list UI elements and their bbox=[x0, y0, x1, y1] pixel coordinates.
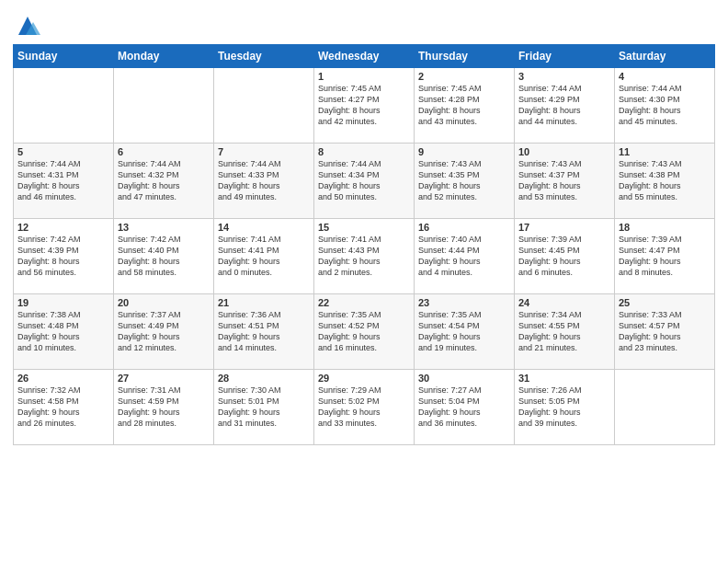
calendar-cell: 26Sunrise: 7:32 AM Sunset: 4:58 PM Dayli… bbox=[14, 370, 114, 445]
day-info: Sunrise: 7:40 AM Sunset: 4:44 PM Dayligh… bbox=[418, 234, 510, 279]
page: SundayMondayTuesdayWednesdayThursdayFrid… bbox=[0, 0, 728, 563]
week-row: 5Sunrise: 7:44 AM Sunset: 4:31 PM Daylig… bbox=[14, 144, 715, 219]
day-info: Sunrise: 7:43 AM Sunset: 4:35 PM Dayligh… bbox=[418, 158, 510, 203]
day-info: Sunrise: 7:32 AM Sunset: 4:58 PM Dayligh… bbox=[17, 385, 109, 430]
calendar-cell: 25Sunrise: 7:33 AM Sunset: 4:57 PM Dayli… bbox=[615, 294, 715, 370]
calendar-cell bbox=[14, 68, 114, 144]
day-number: 7 bbox=[218, 146, 310, 157]
day-info: Sunrise: 7:37 AM Sunset: 4:49 PM Dayligh… bbox=[118, 309, 210, 354]
calendar-cell: 1Sunrise: 7:45 AM Sunset: 4:27 PM Daylig… bbox=[314, 68, 415, 144]
day-info: Sunrise: 7:44 AM Sunset: 4:29 PM Dayligh… bbox=[518, 83, 610, 128]
day-info: Sunrise: 7:35 AM Sunset: 4:52 PM Dayligh… bbox=[318, 309, 410, 354]
calendar-cell: 18Sunrise: 7:39 AM Sunset: 4:47 PM Dayli… bbox=[615, 219, 715, 294]
day-number: 9 bbox=[418, 146, 510, 157]
day-info: Sunrise: 7:35 AM Sunset: 4:54 PM Dayligh… bbox=[418, 309, 510, 354]
calendar-cell: 6Sunrise: 7:44 AM Sunset: 4:32 PM Daylig… bbox=[114, 144, 214, 219]
day-number: 10 bbox=[518, 146, 610, 157]
calendar-cell: 14Sunrise: 7:41 AM Sunset: 4:41 PM Dayli… bbox=[214, 219, 314, 294]
calendar-cell: 29Sunrise: 7:29 AM Sunset: 5:02 PM Dayli… bbox=[314, 370, 415, 445]
logo-icon bbox=[15, 13, 40, 39]
day-number: 12 bbox=[17, 222, 109, 233]
logo bbox=[13, 13, 40, 39]
calendar-cell: 7Sunrise: 7:44 AM Sunset: 4:33 PM Daylig… bbox=[214, 144, 314, 219]
day-info: Sunrise: 7:29 AM Sunset: 5:02 PM Dayligh… bbox=[318, 385, 410, 430]
week-row: 26Sunrise: 7:32 AM Sunset: 4:58 PM Dayli… bbox=[14, 370, 715, 445]
day-info: Sunrise: 7:42 AM Sunset: 4:39 PM Dayligh… bbox=[17, 234, 109, 279]
day-info: Sunrise: 7:27 AM Sunset: 5:04 PM Dayligh… bbox=[418, 385, 510, 430]
day-number: 2 bbox=[418, 71, 510, 82]
day-number: 25 bbox=[619, 297, 711, 308]
calendar-cell: 30Sunrise: 7:27 AM Sunset: 5:04 PM Dayli… bbox=[415, 370, 515, 445]
calendar-cell: 16Sunrise: 7:40 AM Sunset: 4:44 PM Dayli… bbox=[415, 219, 515, 294]
day-info: Sunrise: 7:45 AM Sunset: 4:28 PM Dayligh… bbox=[418, 83, 510, 128]
day-number: 30 bbox=[418, 373, 510, 384]
calendar-cell: 5Sunrise: 7:44 AM Sunset: 4:31 PM Daylig… bbox=[14, 144, 114, 219]
day-info: Sunrise: 7:43 AM Sunset: 4:37 PM Dayligh… bbox=[518, 158, 610, 203]
day-number: 31 bbox=[518, 373, 610, 384]
day-number: 16 bbox=[418, 222, 510, 233]
day-number: 26 bbox=[17, 373, 109, 384]
calendar-cell: 9Sunrise: 7:43 AM Sunset: 4:35 PM Daylig… bbox=[415, 144, 515, 219]
calendar-cell: 17Sunrise: 7:39 AM Sunset: 4:45 PM Dayli… bbox=[515, 219, 615, 294]
calendar-cell: 8Sunrise: 7:44 AM Sunset: 4:34 PM Daylig… bbox=[314, 144, 415, 219]
calendar-cell: 4Sunrise: 7:44 AM Sunset: 4:30 PM Daylig… bbox=[615, 68, 715, 144]
day-number: 1 bbox=[318, 71, 410, 82]
day-info: Sunrise: 7:34 AM Sunset: 4:55 PM Dayligh… bbox=[518, 309, 610, 354]
calendar-cell: 12Sunrise: 7:42 AM Sunset: 4:39 PM Dayli… bbox=[14, 219, 114, 294]
day-number: 5 bbox=[17, 146, 109, 157]
day-info: Sunrise: 7:41 AM Sunset: 4:43 PM Dayligh… bbox=[318, 234, 410, 279]
day-number: 13 bbox=[118, 222, 210, 233]
day-info: Sunrise: 7:38 AM Sunset: 4:48 PM Dayligh… bbox=[17, 309, 109, 354]
week-row: 19Sunrise: 7:38 AM Sunset: 4:48 PM Dayli… bbox=[14, 294, 715, 370]
week-row: 12Sunrise: 7:42 AM Sunset: 4:39 PM Dayli… bbox=[14, 219, 715, 294]
weekday-header-saturday: Saturday bbox=[615, 45, 715, 68]
day-number: 29 bbox=[318, 373, 410, 384]
calendar-cell: 24Sunrise: 7:34 AM Sunset: 4:55 PM Dayli… bbox=[515, 294, 615, 370]
weekday-header-friday: Friday bbox=[515, 45, 615, 68]
calendar-cell: 2Sunrise: 7:45 AM Sunset: 4:28 PM Daylig… bbox=[415, 68, 515, 144]
day-info: Sunrise: 7:39 AM Sunset: 4:45 PM Dayligh… bbox=[518, 234, 610, 279]
calendar-cell: 28Sunrise: 7:30 AM Sunset: 5:01 PM Dayli… bbox=[214, 370, 314, 445]
day-info: Sunrise: 7:44 AM Sunset: 4:34 PM Dayligh… bbox=[318, 158, 410, 203]
day-number: 3 bbox=[518, 71, 610, 82]
day-number: 11 bbox=[619, 146, 711, 157]
calendar-cell bbox=[615, 370, 715, 445]
day-number: 24 bbox=[518, 297, 610, 308]
calendar-cell: 19Sunrise: 7:38 AM Sunset: 4:48 PM Dayli… bbox=[14, 294, 114, 370]
day-number: 4 bbox=[619, 71, 711, 82]
weekday-header-thursday: Thursday bbox=[415, 45, 515, 68]
day-info: Sunrise: 7:44 AM Sunset: 4:33 PM Dayligh… bbox=[218, 158, 310, 203]
weekday-header-sunday: Sunday bbox=[14, 45, 114, 68]
day-info: Sunrise: 7:42 AM Sunset: 4:40 PM Dayligh… bbox=[118, 234, 210, 279]
calendar-cell: 21Sunrise: 7:36 AM Sunset: 4:51 PM Dayli… bbox=[214, 294, 314, 370]
calendar-cell bbox=[114, 68, 214, 144]
day-number: 19 bbox=[17, 297, 109, 308]
calendar-cell bbox=[214, 68, 314, 144]
day-number: 20 bbox=[118, 297, 210, 308]
day-info: Sunrise: 7:44 AM Sunset: 4:32 PM Dayligh… bbox=[118, 158, 210, 203]
day-info: Sunrise: 7:39 AM Sunset: 4:47 PM Dayligh… bbox=[619, 234, 711, 279]
weekday-header-monday: Monday bbox=[114, 45, 214, 68]
calendar-cell: 23Sunrise: 7:35 AM Sunset: 4:54 PM Dayli… bbox=[415, 294, 515, 370]
weekday-header-row: SundayMondayTuesdayWednesdayThursdayFrid… bbox=[14, 45, 715, 68]
day-info: Sunrise: 7:33 AM Sunset: 4:57 PM Dayligh… bbox=[619, 309, 711, 354]
day-number: 23 bbox=[418, 297, 510, 308]
week-row: 1Sunrise: 7:45 AM Sunset: 4:27 PM Daylig… bbox=[14, 68, 715, 144]
day-number: 18 bbox=[619, 222, 711, 233]
calendar-cell: 22Sunrise: 7:35 AM Sunset: 4:52 PM Dayli… bbox=[314, 294, 415, 370]
day-number: 27 bbox=[118, 373, 210, 384]
day-number: 22 bbox=[318, 297, 410, 308]
day-number: 28 bbox=[218, 373, 310, 384]
header bbox=[13, 9, 715, 39]
day-number: 14 bbox=[218, 222, 310, 233]
calendar-cell: 15Sunrise: 7:41 AM Sunset: 4:43 PM Dayli… bbox=[314, 219, 415, 294]
calendar-cell: 31Sunrise: 7:26 AM Sunset: 5:05 PM Dayli… bbox=[515, 370, 615, 445]
day-info: Sunrise: 7:36 AM Sunset: 4:51 PM Dayligh… bbox=[218, 309, 310, 354]
day-number: 21 bbox=[218, 297, 310, 308]
calendar-cell: 11Sunrise: 7:43 AM Sunset: 4:38 PM Dayli… bbox=[615, 144, 715, 219]
day-number: 15 bbox=[318, 222, 410, 233]
day-number: 17 bbox=[518, 222, 610, 233]
day-number: 6 bbox=[118, 146, 210, 157]
day-info: Sunrise: 7:45 AM Sunset: 4:27 PM Dayligh… bbox=[318, 83, 410, 128]
calendar-cell: 13Sunrise: 7:42 AM Sunset: 4:40 PM Dayli… bbox=[114, 219, 214, 294]
